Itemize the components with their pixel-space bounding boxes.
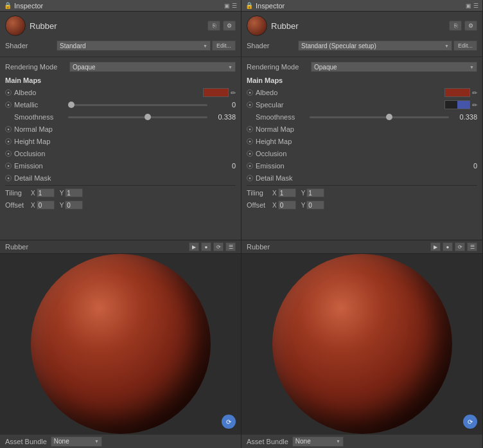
albedo-pencil-left[interactable]: ✏ [231, 89, 236, 96]
shader-edit-btn-right[interactable]: Edit... [453, 40, 477, 51]
offset-y-input-right[interactable] [306, 201, 324, 210]
metallic-thumb-left[interactable] [68, 102, 75, 108]
header-icons-left: ▣ ☰ [224, 3, 237, 9]
albedo-swatch-left[interactable] [203, 88, 229, 97]
tiling-x-input-left[interactable] [37, 188, 55, 197]
rubber-sphere-right [272, 254, 452, 434]
detail-mask-checkbox-right[interactable] [247, 175, 253, 181]
preview-section-right: Rubber ▶ ● ⟳ ☰ ⟳ [242, 240, 482, 434]
normal-map-row-left: Normal Map [5, 123, 236, 135]
material-icons-right: ⎘ ⚙ [449, 21, 477, 31]
specular-checkbox-right[interactable] [247, 102, 253, 108]
shader-edit-btn-left[interactable]: Edit... [212, 40, 236, 51]
smoothness-slider-left[interactable] [68, 116, 207, 118]
detail-mask-label-left: Detail Mask [14, 174, 236, 182]
preview-dot-btn-right[interactable]: ● [443, 242, 453, 251]
rendering-dropdown-left[interactable]: Opaque [69, 62, 236, 72]
albedo-checkbox-right[interactable] [247, 89, 253, 96]
albedo-checkbox-left[interactable] [5, 89, 12, 96]
material-icons-left: ⎘ ⚙ [207, 21, 236, 31]
smoothness-thumb-left[interactable] [145, 114, 151, 120]
metallic-row-left: Metallic 0 [5, 99, 236, 111]
left-panel: 🔒 Inspector ▣ ☰ Rubber ⎘ ⚙ Shader Standa… [0, 0, 242, 448]
lock-icon-left[interactable]: 🔒 [4, 2, 12, 10]
albedo-row-right: Albedo ✏ [247, 87, 477, 98]
specular-pencil-right[interactable]: ✏ [472, 102, 477, 109]
preview-loop-btn-right[interactable]: ⟳ [455, 242, 465, 251]
specular-swatch-right[interactable] [444, 100, 470, 109]
rendering-dropdown-right[interactable]: Opaque [311, 62, 477, 72]
preview-header-right: Rubber ▶ ● ⟳ ☰ [242, 240, 482, 254]
height-map-checkbox-right[interactable] [247, 138, 253, 145]
lock-icon-right[interactable]: 🔒 [245, 2, 253, 10]
preview-play-btn-left[interactable]: ▶ [189, 242, 199, 251]
asset-bundle-dropdown-right[interactable]: None [292, 436, 344, 447]
tiling-y-label-right: Y [301, 190, 306, 197]
normal-map-checkbox-left[interactable] [5, 126, 12, 132]
layout-icon-left[interactable]: ▣ [224, 3, 230, 9]
occlusion-row-right: Occlusion [247, 148, 477, 159]
preview-dot-btn-left[interactable]: ● [201, 242, 211, 251]
emission-value-left: 0 [232, 162, 236, 170]
detail-mask-row-left: Detail Mask [5, 172, 236, 184]
tiling-label-right: Tiling [247, 189, 272, 197]
smoothness-slider-right[interactable] [310, 116, 449, 118]
preview-title-left: Rubber [5, 243, 185, 251]
rendering-row-right: Rendering Mode Opaque [247, 61, 477, 73]
occlusion-label-right: Occlusion [256, 150, 477, 157]
preview-play-btn-right[interactable]: ▶ [430, 242, 441, 251]
metallic-checkbox-left[interactable] [5, 102, 12, 108]
offset-y-input-left[interactable] [65, 201, 83, 210]
detail-mask-checkbox-left[interactable] [5, 175, 12, 181]
emission-label-right: Emission [256, 162, 471, 170]
menu-icon-right[interactable]: ☰ [473, 3, 479, 9]
offset-x-input-left[interactable] [37, 201, 55, 210]
shader-dropdown-right[interactable]: Standard (Specular setup) [298, 40, 452, 51]
copy-btn-left[interactable]: ⎘ [207, 21, 220, 31]
copy-btn-right[interactable]: ⎘ [449, 21, 462, 31]
metallic-label-left: Metallic [14, 101, 66, 109]
smoothness-label-right: Smoothness [256, 113, 307, 121]
preview-loop-btn-left[interactable]: ⟳ [213, 242, 224, 251]
settings-btn-left[interactable]: ⚙ [223, 21, 236, 31]
metallic-slider-left[interactable] [68, 104, 207, 106]
inspector-content-right: Rendering Mode Opaque Main Maps Albedo ✏… [242, 57, 482, 240]
albedo-pencil-right[interactable]: ✏ [472, 89, 477, 96]
offset-x-input-right[interactable] [278, 201, 296, 210]
emission-checkbox-right[interactable] [247, 163, 253, 169]
emission-checkbox-left[interactable] [5, 163, 12, 169]
rendering-row-left: Rendering Mode Opaque [5, 61, 236, 73]
preview-corner-icon-right: ⟳ [463, 415, 477, 429]
normal-map-label-right: Normal Map [256, 125, 477, 133]
preview-corner-icon-left: ⟳ [222, 415, 236, 429]
material-header-right: Rubber ⎘ ⚙ [247, 15, 477, 36]
asset-bundle-label-right: Asset Bundle [247, 438, 288, 445]
height-map-row-right: Height Map [247, 136, 477, 147]
smoothness-thumb-right[interactable] [386, 114, 392, 120]
shader-row-left: Shader Standard Edit... [5, 40, 236, 51]
preview-menu-btn-left[interactable]: ☰ [225, 242, 236, 251]
occlusion-checkbox-left[interactable] [5, 150, 12, 157]
rendering-value-right: Opaque [314, 64, 474, 71]
layout-icon-right[interactable]: ▣ [466, 3, 471, 9]
detail-mask-label-right: Detail Mask [256, 174, 477, 182]
tiling-y-input-left[interactable] [65, 188, 83, 197]
asset-bundle-value-left: None [54, 438, 69, 445]
asset-bundle-dropdown-left[interactable]: None [51, 436, 102, 447]
emission-row-right: Emission 0 [247, 160, 477, 172]
tiling-y-input-right[interactable] [306, 188, 324, 197]
occlusion-checkbox-right[interactable] [247, 150, 253, 157]
preview-menu-btn-right[interactable]: ☰ [467, 242, 477, 251]
settings-btn-right[interactable]: ⚙ [464, 21, 477, 31]
material-sphere-left [5, 15, 26, 36]
specular-row-right: Specular ✏ [247, 99, 477, 111]
height-map-checkbox-left[interactable] [5, 138, 12, 145]
albedo-swatch-right[interactable] [444, 88, 470, 97]
normal-map-checkbox-right[interactable] [247, 126, 253, 132]
shader-dropdown-left[interactable]: Standard [57, 40, 211, 51]
menu-icon-left[interactable]: ☰ [232, 3, 237, 9]
tiling-y-label-left: Y [60, 190, 64, 197]
tiling-x-input-right[interactable] [278, 188, 296, 197]
shader-label-right: Shader [247, 42, 298, 49]
inspector-header-left: 🔒 Inspector ▣ ☰ [0, 0, 241, 12]
